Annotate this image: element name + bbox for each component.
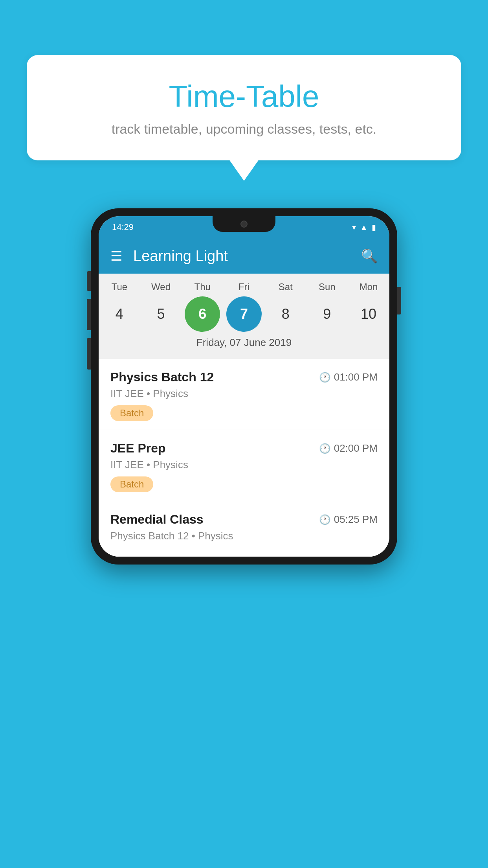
mute-button [87,271,91,291]
bubble-title: Time-Table [42,79,446,114]
day-labels-row: Tue Wed Thu Fri Sat Sun Mon [99,281,389,292]
status-time: 14:29 [112,222,134,232]
schedule-title-2: JEE Prep [110,441,166,456]
day-8[interactable]: 8 [268,296,303,332]
day-label-thu: Thu [185,281,220,292]
status-icons: ▾ ▲ ▮ [352,223,376,232]
phone-screen: 14:29 ▾ ▲ ▮ ☰ Learning Light 🔍 Tue Wed T… [99,216,389,557]
clock-icon-2: 🕐 [319,443,331,454]
front-camera [240,221,248,228]
schedule-sub-3: Physics Batch 12 • Physics [110,530,378,542]
battery-icon: ▮ [372,223,376,232]
day-5[interactable]: 5 [143,296,179,332]
clock-icon-1: 🕐 [319,372,331,383]
selected-date-label: Friday, 07 June 2019 [99,332,389,355]
wifi-icon: ▾ [352,223,356,232]
day-label-tue: Tue [102,281,137,292]
volume-up-button [87,299,91,330]
schedule-list: Physics Batch 12 🕐 01:00 PM IIT JEE • Ph… [99,359,389,557]
hamburger-icon[interactable]: ☰ [110,249,122,263]
schedule-title-3: Remedial Class [110,512,204,527]
schedule-item-header-3: Remedial Class 🕐 05:25 PM [110,512,378,527]
speech-bubble-container: Time-Table track timetable, upcoming cla… [27,55,461,160]
phone-mockup: 14:29 ▾ ▲ ▮ ☰ Learning Light 🔍 Tue Wed T… [91,208,397,565]
speech-bubble: Time-Table track timetable, upcoming cla… [27,55,461,160]
clock-icon-3: 🕐 [319,514,331,525]
schedule-sub-1: IIT JEE • Physics [110,388,378,400]
batch-badge-2: Batch [110,476,153,492]
day-label-mon: Mon [351,281,386,292]
schedule-sub-2: IIT JEE • Physics [110,459,378,471]
schedule-item-physics-batch[interactable]: Physics Batch 12 🕐 01:00 PM IIT JEE • Ph… [99,359,389,430]
app-bar: ☰ Learning Light 🔍 [99,238,389,274]
day-numbers-row: 4 5 6 7 8 9 10 [99,296,389,332]
power-button [397,287,401,314]
day-4[interactable]: 4 [102,296,137,332]
day-6-today[interactable]: 6 [185,296,220,332]
volume-down-button [87,338,91,370]
calendar-strip: Tue Wed Thu Fri Sat Sun Mon 4 5 6 7 8 9 … [99,274,389,359]
day-7-selected[interactable]: 7 [226,296,262,332]
app-title: Learning Light [133,248,361,265]
day-label-sun: Sun [309,281,345,292]
search-icon[interactable]: 🔍 [361,248,378,264]
schedule-item-remedial[interactable]: Remedial Class 🕐 05:25 PM Physics Batch … [99,501,389,557]
day-label-wed: Wed [143,281,179,292]
schedule-item-header-2: JEE Prep 🕐 02:00 PM [110,441,378,456]
day-label-fri: Fri [226,281,262,292]
batch-badge-1: Batch [110,405,153,421]
schedule-item-jee-prep[interactable]: JEE Prep 🕐 02:00 PM IIT JEE • Physics Ba… [99,430,389,501]
schedule-time-2: 🕐 02:00 PM [319,442,378,454]
day-9[interactable]: 9 [309,296,345,332]
day-10[interactable]: 10 [351,296,386,332]
bubble-subtitle: track timetable, upcoming classes, tests… [42,121,446,137]
schedule-item-header-1: Physics Batch 12 🕐 01:00 PM [110,370,378,384]
schedule-time-1: 🕐 01:00 PM [319,371,378,383]
signal-icon: ▲ [360,223,368,232]
phone-notch [213,216,275,232]
schedule-title-1: Physics Batch 12 [110,370,214,384]
day-label-sat: Sat [268,281,303,292]
phone-body: 14:29 ▾ ▲ ▮ ☰ Learning Light 🔍 Tue Wed T… [91,208,397,565]
schedule-time-3: 🕐 05:25 PM [319,513,378,526]
